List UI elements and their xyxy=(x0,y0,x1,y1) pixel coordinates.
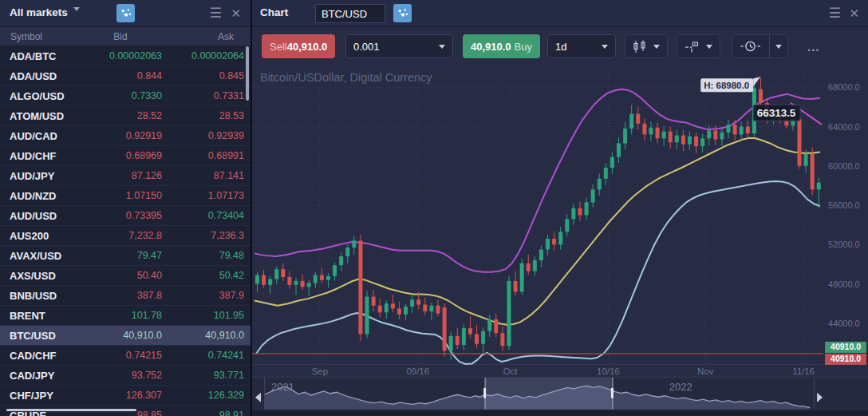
markets-title-dropdown[interactable]: All markets xyxy=(10,6,80,18)
close-icon[interactable]: ✕ xyxy=(849,6,859,22)
buy-button[interactable]: 40,910.0 Buy xyxy=(463,34,540,58)
table-column-header: Symbol Bid Ask xyxy=(0,27,251,46)
ask-price-badge-label: 40910.0 xyxy=(831,343,861,351)
markets-panel-header: All markets ☰ ✕ xyxy=(0,0,251,27)
candle-body xyxy=(514,281,518,292)
menu-icon[interactable]: ☰ xyxy=(829,6,841,22)
market-row[interactable]: CAD/JPY 93.752 93.771 xyxy=(0,366,251,386)
market-row[interactable]: AUS200 7,232.8 7,236.3 xyxy=(0,226,251,246)
column-symbol: Symbol xyxy=(0,31,77,42)
vertical-scrollbar[interactable] xyxy=(246,46,249,101)
candle-body xyxy=(623,129,627,143)
candle-body xyxy=(410,299,414,307)
column-ask: Ask xyxy=(164,31,251,42)
sell-label: Sell xyxy=(270,41,287,53)
navigator-selection[interactable] xyxy=(485,378,613,410)
selection-right-handle[interactable] xyxy=(611,388,614,398)
candle-body xyxy=(546,239,550,250)
more-options-button[interactable]: ... xyxy=(807,40,820,53)
menu-icon[interactable]: ☰ xyxy=(210,6,222,22)
close-icon[interactable]: ✕ xyxy=(231,6,241,22)
symbol-input[interactable] xyxy=(315,4,385,23)
market-row[interactable]: ATOM/USD 28.52 28.53 xyxy=(0,106,251,126)
caret-down-icon xyxy=(775,45,782,52)
market-row[interactable]: ADA/BTC 0.00002063 0.00002064 xyxy=(0,46,251,66)
link-group-button[interactable] xyxy=(393,4,412,22)
market-row[interactable]: ALGO/USD 0.7330 0.7331 xyxy=(0,86,251,106)
market-list: ADA/BTC 0.00002063 0.00002064 ADA/USD 0.… xyxy=(0,46,251,416)
candle-body xyxy=(585,202,589,215)
candle-body xyxy=(287,277,291,285)
sell-button[interactable]: Sell 40,910.0 xyxy=(262,34,335,58)
market-row[interactable]: BNB/USD 387.8 387.9 xyxy=(0,286,251,306)
ask-cell: 0.7331 xyxy=(164,90,251,101)
candle-body xyxy=(571,208,575,220)
x-axis-label: Nov xyxy=(697,366,714,376)
selection-left-handle[interactable] xyxy=(483,388,486,398)
annotation-price-label: 66313.5 xyxy=(757,107,796,119)
bid-cell: 101.78 xyxy=(77,310,164,321)
candle-body xyxy=(481,331,485,344)
price-lines-button[interactable] xyxy=(677,34,720,58)
timeframe-select[interactable]: 1d xyxy=(547,34,616,58)
price-chart[interactable]: 68000.064000.060000.056000.052000.048000… xyxy=(252,65,868,416)
candle-body xyxy=(378,306,382,313)
ask-cell: 1.07173 xyxy=(164,190,251,201)
quantity-select[interactable]: 0.001 xyxy=(345,34,453,58)
candle-body xyxy=(707,130,711,138)
candle-body xyxy=(507,281,511,346)
symbol-cell: ADA/USD xyxy=(0,70,77,82)
market-row[interactable]: AVAX/USD 79.47 79.48 xyxy=(0,246,251,266)
candle-body xyxy=(333,265,337,276)
market-row[interactable]: AXS/USD 50.40 50.42 xyxy=(0,266,251,286)
market-row[interactable]: AUD/CHF 0.68969 0.68991 xyxy=(0,146,251,166)
candle-body xyxy=(372,297,376,306)
candle-body xyxy=(500,333,504,346)
symbol-cell: CAD/CHF xyxy=(0,350,77,362)
buy-price: 40,910.0 xyxy=(471,41,511,53)
candle-body xyxy=(520,263,524,292)
market-row[interactable]: AUD/USD 0.73395 0.73404 xyxy=(0,206,251,226)
candle-body xyxy=(811,154,815,189)
market-row[interactable]: AUD/CAD 0.92919 0.92939 xyxy=(0,126,251,146)
bid-cell: 0.00002063 xyxy=(77,50,164,61)
ask-cell: 0.68991 xyxy=(164,150,251,161)
candle-body xyxy=(462,328,466,345)
candle-body xyxy=(449,336,453,351)
candle-body xyxy=(720,133,724,140)
link-group-icon xyxy=(120,7,132,19)
bid-cell: 0.68969 xyxy=(77,150,164,161)
link-group-button[interactable] xyxy=(116,4,135,22)
ask-cell: 98.91 xyxy=(164,410,251,416)
ask-cell: 0.73404 xyxy=(164,210,251,221)
high-callout-label: H: 68980.0 xyxy=(704,81,749,90)
horizontal-scrollbar[interactable] xyxy=(6,409,136,411)
bid-cell: 87.126 xyxy=(77,170,164,181)
market-row[interactable]: BTC/USD 40,910.0 40,910.0 xyxy=(0,326,251,346)
y-axis-label: 48000.0 xyxy=(828,279,860,289)
clock-icon xyxy=(740,40,761,53)
symbol-cell: AVAX/USD xyxy=(0,250,77,262)
candle-body xyxy=(636,114,640,124)
symbol-cell: ALGO/USD xyxy=(0,90,77,102)
candle-body xyxy=(345,248,349,256)
chart-type-button[interactable] xyxy=(625,34,668,58)
bid-cell: 0.844 xyxy=(77,70,164,81)
bid-cell: 0.92919 xyxy=(77,130,164,141)
link-group-icon xyxy=(397,7,408,19)
market-row[interactable]: AUD/NZD 1.07150 1.07173 xyxy=(0,186,251,206)
market-row[interactable]: CAD/CHF 0.74215 0.74241 xyxy=(0,346,251,366)
candle-body xyxy=(675,136,679,143)
candle-body xyxy=(539,249,543,260)
market-row[interactable]: CHF/JPY 126.307 126.329 xyxy=(0,386,251,406)
candle-body xyxy=(740,127,744,135)
markets-title: All markets xyxy=(10,6,68,18)
market-row[interactable]: BRENT 101.78 101.95 xyxy=(0,306,251,326)
market-row[interactable]: AUD/JPY 87.126 87.141 xyxy=(0,166,251,186)
market-row[interactable]: ADA/USD 0.844 0.845 xyxy=(0,66,251,86)
sessions-button[interactable] xyxy=(732,34,788,58)
candle-body xyxy=(301,281,305,287)
candle-body xyxy=(487,319,491,331)
y-axis-label: 44000.0 xyxy=(828,319,860,328)
candle-body xyxy=(713,130,717,139)
